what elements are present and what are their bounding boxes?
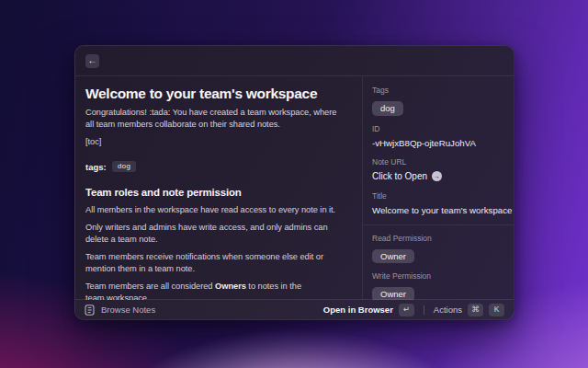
tags-label: tags: (85, 162, 107, 172)
k-key-badge: K (489, 304, 504, 316)
footer-separator (424, 305, 424, 315)
sidebar-divider (363, 224, 514, 225)
open-in-browser-button[interactable]: Open in Browser (323, 305, 393, 315)
title-field-label: Title (372, 191, 504, 201)
window-header: ← (75, 46, 514, 76)
id-field-label: ID (372, 124, 504, 134)
tags-field-label: Tags (372, 86, 504, 96)
note-url-open-link[interactable]: Click to Open → (372, 170, 504, 183)
footer-bar: Browse Notes Open in Browser ↵ Actions ⌘… (75, 299, 514, 319)
return-icon: ↵ (403, 305, 410, 314)
note-preview-window: ← Welcome to your team's workspace Congr… (74, 45, 514, 320)
read-permission-label: Read Permission (372, 234, 504, 244)
paragraph-notifications: Team members receive notifications when … (85, 251, 356, 275)
tag-badge: dog (372, 101, 403, 116)
paragraph-read-access: All members in the workspace have read a… (85, 204, 356, 216)
read-permission-badge: Owner (372, 249, 414, 264)
note-id-value: -vHwjxB8Qp-ojteRuJohVA (372, 137, 504, 149)
intro-paragraph: Congratulations! :tada: You have created… (85, 107, 356, 131)
back-arrow-icon: ← (88, 56, 97, 65)
write-permission-badge: Owner (372, 287, 414, 300)
note-url-label: Note URL (372, 157, 504, 167)
enter-key-badge: ↵ (399, 304, 414, 316)
paragraph-write-access: Only writers and admins have write acces… (85, 222, 356, 246)
actions-button[interactable]: Actions (434, 305, 462, 315)
tag-code-chip: dog (112, 161, 136, 172)
note-preview-pane[interactable]: Welcome to your team's workspace Congrat… (75, 76, 362, 300)
command-icon: ⌘ (471, 305, 480, 314)
note-title: Welcome to your team's workspace (85, 86, 356, 101)
cmd-key-badge: ⌘ (468, 304, 483, 316)
browse-notes-button[interactable]: Browse Notes (85, 305, 155, 316)
paragraph-owners: Team members are all considered Owners t… (85, 281, 356, 300)
note-icon (85, 305, 95, 316)
metadata-sidebar: Tags dog ID -vHwjxB8Qp-ojteRuJohVA Note … (362, 76, 514, 300)
circle-arrow-icon: → (432, 171, 442, 181)
owners-bold-text: Owners (215, 282, 246, 291)
section-heading: Team roles and note permission (85, 185, 356, 200)
title-value: Welcome to your team's workspace (372, 204, 504, 216)
write-permission-label: Write Permission (372, 271, 504, 282)
toc-marker: [toc] (85, 136, 356, 148)
back-button[interactable]: ← (85, 54, 99, 68)
tags-row: tags: dog (85, 159, 356, 174)
